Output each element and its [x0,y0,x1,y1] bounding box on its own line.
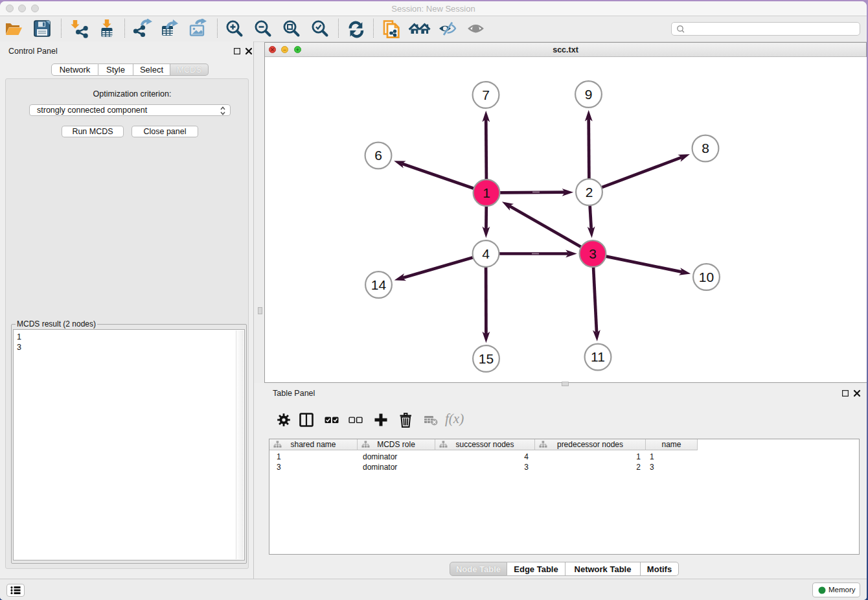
svg-text:10: 10 [699,270,714,284]
svg-text:11: 11 [591,349,605,364]
svg-text:6: 6 [374,148,382,163]
svg-text:7: 7 [482,87,490,102]
svg-text:1: 1 [483,185,490,200]
svg-text:4: 4 [482,246,490,261]
svg-text:14: 14 [371,277,387,292]
svg-text:3: 3 [589,246,597,261]
svg-text:9: 9 [585,87,593,102]
svg-text:8: 8 [702,141,709,156]
svg-text:15: 15 [479,351,494,366]
svg-text:2: 2 [586,185,593,200]
